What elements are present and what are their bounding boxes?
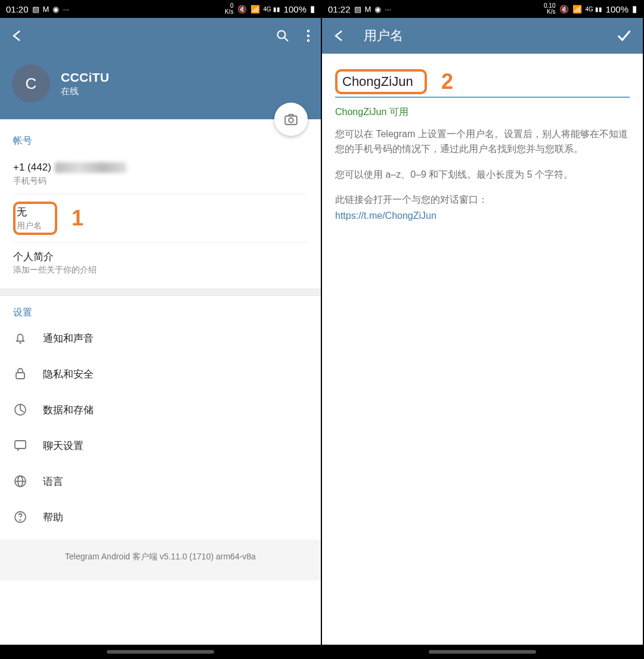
settings-help[interactable]: 帮助 <box>0 499 321 535</box>
more-icon: ··· <box>63 5 69 14</box>
bio-sub: 添加一些关于你的介绍 <box>13 265 308 276</box>
account-section: 帐号 +1 (442) 手机号码 无 用户名 1 个人简介 添加一些关于你的介绍 <box>0 119 321 289</box>
battery-icon: ▮ <box>310 4 315 14</box>
page-title: 用户名 <box>364 27 403 45</box>
version-text: Telegram Android 客户端 v5.11.0 (1710) arm6… <box>0 540 321 580</box>
chat-icon: ◉ <box>374 5 381 14</box>
svg-rect-6 <box>16 373 24 379</box>
mail-icon: M <box>43 5 49 14</box>
username-label: 用户名 <box>17 221 42 231</box>
account-title: 帐号 <box>13 135 308 147</box>
mail-icon: M <box>365 5 371 14</box>
chat-icon: ◉ <box>52 5 59 14</box>
mute-icon: 🔇 <box>237 5 247 14</box>
bio-title: 个人简介 <box>13 250 308 264</box>
svg-point-3 <box>307 39 309 42</box>
username-row[interactable]: 无 用户名 1 <box>13 194 308 243</box>
svg-point-12 <box>20 520 20 521</box>
battery-percent: 100% <box>606 4 628 14</box>
settings-chat[interactable]: 聊天设置 <box>0 428 321 463</box>
status-bar: 01:20 ▧ M ◉ ··· 0 K/s 🔇 📶 4G ▮▮ 100% ▮ <box>0 0 321 18</box>
status-time: 01:22 <box>328 4 351 14</box>
back-button[interactable] <box>11 29 25 43</box>
back-button[interactable] <box>333 29 347 43</box>
wifi-icon: 📶 <box>572 5 582 14</box>
left-screen: 01:20 ▧ M ◉ ··· 0 K/s 🔇 📶 4G ▮▮ 100% ▮ C <box>0 0 322 659</box>
netspeed: 0 K/s <box>225 3 233 15</box>
bio-row[interactable]: 个人简介 添加一些关于你的介绍 <box>13 243 308 283</box>
bell-icon <box>13 331 27 345</box>
profile-name: CCCiTU <box>61 70 109 85</box>
help-icon <box>13 510 27 524</box>
username-input-callout <box>335 69 427 94</box>
mute-icon: 🔇 <box>559 5 569 14</box>
svg-point-0 <box>278 31 286 39</box>
confirm-button[interactable] <box>615 27 632 44</box>
svg-point-5 <box>289 118 293 123</box>
data-icon <box>13 403 27 417</box>
settings-lang-label: 语言 <box>43 475 63 488</box>
profile-header: C CCCiTU 在线 <box>0 54 321 119</box>
desc-2: 您可以使用 a–z、0–9 和下划线。最小长度为 5 个字符。 <box>335 168 630 182</box>
callout-2: 2 <box>441 69 453 94</box>
availability-text: ChongZiJun 可用 <box>335 106 630 119</box>
svg-rect-8 <box>15 441 26 448</box>
settings-lang[interactable]: 语言 <box>0 463 321 499</box>
username-body: 2 ChongZiJun 可用 您可以在 Telegram 上设置一个用户名。设… <box>322 54 643 250</box>
battery-percent: 100% <box>284 4 306 14</box>
android-navbar <box>322 645 643 659</box>
phone-row[interactable]: +1 (442) 手机号码 <box>13 153 308 194</box>
camera-button[interactable] <box>274 103 308 136</box>
settings-section: 设置 通知和声音 隐私和安全 数据和存储 聊天设置 语言 帮助 <box>0 296 321 540</box>
phone-prefix: +1 (442) <box>13 160 51 175</box>
settings-data[interactable]: 数据和存储 <box>0 392 321 428</box>
username-value: 无 <box>17 205 42 219</box>
android-navbar <box>0 645 321 659</box>
settings-notify[interactable]: 通知和声音 <box>0 320 321 356</box>
phone-label: 手机号码 <box>13 176 308 187</box>
avatar[interactable]: C <box>12 64 50 103</box>
settings-chat-label: 聊天设置 <box>43 439 83 453</box>
search-icon[interactable] <box>275 29 290 43</box>
avatar-initial: C <box>26 75 37 93</box>
phone-hidden <box>55 162 126 173</box>
svg-point-1 <box>307 30 309 32</box>
app-header: 用户名 <box>322 18 643 54</box>
username-input[interactable] <box>342 74 420 89</box>
chat-settings-icon <box>13 438 27 453</box>
app-header <box>0 18 321 54</box>
signal-icon: 4G ▮▮ <box>586 6 602 13</box>
input-underline <box>335 97 630 98</box>
settings-help-label: 帮助 <box>43 511 63 524</box>
globe-icon <box>13 474 27 488</box>
callout-1: 1 <box>72 206 83 231</box>
gallery-icon: ▧ <box>354 5 361 14</box>
settings-title: 设置 <box>0 304 321 320</box>
svg-rect-4 <box>285 116 297 125</box>
wifi-icon: 📶 <box>250 5 260 14</box>
tme-link[interactable]: https://t.me/ChongZiJun <box>335 209 630 224</box>
netspeed: 0.10 K/s <box>544 3 555 15</box>
settings-privacy[interactable]: 隐私和安全 <box>0 356 321 392</box>
settings-notify-label: 通知和声音 <box>43 332 94 345</box>
menu-icon[interactable] <box>306 29 310 42</box>
svg-point-2 <box>307 35 309 37</box>
lock-icon <box>13 367 27 381</box>
status-bar: 01:22 ▧ M ◉ ··· 0.10 K/s 🔇 📶 4G ▮▮ 100% … <box>322 0 643 18</box>
status-time: 01:20 <box>6 4 29 14</box>
profile-status: 在线 <box>61 86 109 97</box>
desc-3: 此链接会打开一个与您的对话窗口： <box>335 193 630 208</box>
desc-1: 您可以在 Telegram 上设置一个用户名。设置后，别人将能够在不知道您的手机… <box>335 127 630 157</box>
signal-icon: 4G ▮▮ <box>264 6 280 13</box>
settings-privacy-label: 隐私和安全 <box>43 367 94 381</box>
gallery-icon: ▧ <box>32 5 39 14</box>
settings-data-label: 数据和存储 <box>43 403 94 417</box>
more-icon: ··· <box>385 5 391 14</box>
right-screen: 01:22 ▧ M ◉ ··· 0.10 K/s 🔇 📶 4G ▮▮ 100% … <box>322 0 644 659</box>
divider <box>0 289 321 296</box>
battery-icon: ▮ <box>632 4 637 14</box>
